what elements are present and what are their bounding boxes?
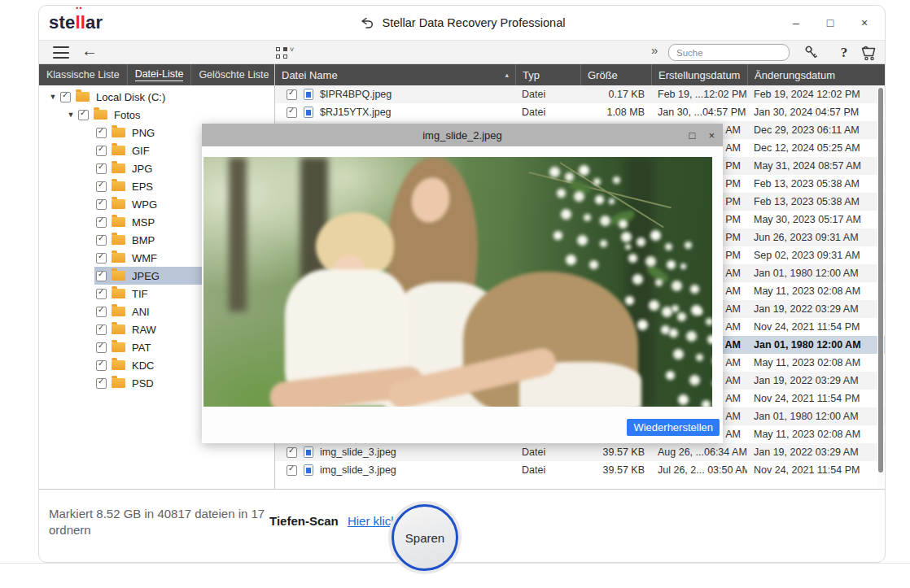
tab-gel-schte-liste[interactable]: Gelöschte Liste xyxy=(191,64,277,85)
window-title: Stellar Data Recovery Professional xyxy=(383,16,566,29)
tree-checkbox[interactable] xyxy=(96,378,107,389)
file-modified: May 11, 2023 02:08 AM xyxy=(747,285,885,297)
deep-scan-label: Tiefen-Scan xyxy=(269,514,339,528)
folder-icon xyxy=(112,163,125,173)
tree-item-label: GIF xyxy=(132,145,150,157)
file-name: $RJ15YTX.jpeg xyxy=(320,107,392,118)
folder-icon xyxy=(112,324,125,334)
activation-key-button[interactable] xyxy=(802,43,821,63)
close-button[interactable]: × xyxy=(857,16,872,29)
column-header-modified[interactable]: Änderungsdatum xyxy=(747,64,885,85)
buy-button[interactable] xyxy=(860,43,879,63)
minimize-button[interactable]: – xyxy=(789,16,803,29)
tree-checkbox[interactable] xyxy=(96,253,107,264)
table-scrollbar[interactable] xyxy=(877,86,884,487)
tree-checkbox[interactable] xyxy=(96,217,107,228)
help-button[interactable]: ? xyxy=(834,43,854,63)
menu-button[interactable] xyxy=(53,46,69,59)
folder-icon xyxy=(112,217,125,227)
file-name: $IPR4BPQ.jpeg xyxy=(320,89,392,100)
tree-checkbox[interactable] xyxy=(78,110,89,120)
row-checkbox[interactable] xyxy=(287,465,297,476)
file-created: Aug 26, ...06:34 AM xyxy=(651,446,747,458)
tree-item-label: PNG xyxy=(132,127,155,139)
table-row[interactable]: img_slide_3.jpegDatei39.57 KBJul 26, 2..… xyxy=(275,461,885,479)
tree-item-label: WMF xyxy=(132,252,157,264)
marked-summary: Markiert 8.52 GB in 40817 dateien in 17 … xyxy=(49,506,293,538)
preview-maximize-button[interactable]: □ xyxy=(689,129,696,142)
tree-item-label: ANI xyxy=(132,306,150,318)
expand-toolbar-icon[interactable]: » xyxy=(651,43,656,57)
table-row[interactable]: $IPR4BPQ.jpegDatei0.17 KBFeb 19, ...12:0… xyxy=(275,85,885,103)
file-modified: May 11, 2023 02:08 AM xyxy=(747,429,885,440)
tree-checkbox[interactable] xyxy=(96,199,107,210)
tree-checkbox[interactable] xyxy=(96,128,107,138)
row-checkbox[interactable] xyxy=(287,447,297,458)
file-modified: Dec 29, 2023 06:11 AM xyxy=(747,124,885,136)
tree-checkbox[interactable] xyxy=(96,289,107,299)
tab-datei-liste[interactable]: Datei-Liste xyxy=(128,64,192,85)
tab-klassische-liste[interactable]: Klassische Liste xyxy=(39,64,128,85)
folder-icon xyxy=(112,235,125,245)
tree-item-label: Local Disk (C:) xyxy=(96,91,165,103)
column-header-name[interactable]: Datei Name ▴ xyxy=(275,64,515,85)
tree-item-label: KDC xyxy=(132,359,154,372)
file-modified: May 11, 2023 02:08 AM xyxy=(747,357,885,368)
tree-checkbox[interactable] xyxy=(96,181,107,192)
save-button[interactable]: Sparen xyxy=(392,504,458,571)
tree-item-label: EPS xyxy=(132,181,153,193)
expander-icon[interactable]: ▼ xyxy=(65,111,77,119)
file-name: img_slide_3.jpeg xyxy=(320,446,396,458)
file-modified: Feb 19, 2024 12:02 PM xyxy=(747,89,885,100)
page-divider xyxy=(0,563,910,564)
table-row[interactable]: img_slide_3.jpegDatei39.57 KBAug 26, ...… xyxy=(275,443,885,461)
file-modified: May 30, 2023 05:17 AM xyxy=(747,214,885,225)
search-box[interactable] xyxy=(668,44,790,61)
preview-image xyxy=(203,157,712,407)
file-modified: Jan 01, 1980 12:00 AM xyxy=(747,268,885,279)
file-created: Feb 19, ...12:02 PM xyxy=(651,89,747,100)
view-mode-chevron-icon[interactable]: ˅ xyxy=(290,46,294,54)
column-header-size[interactable]: Größe xyxy=(580,64,651,85)
back-button[interactable]: ← xyxy=(81,41,98,60)
file-modified: Jan 19, 2022 03:29 AM xyxy=(747,446,885,458)
tree-checkbox[interactable] xyxy=(96,271,107,281)
tree-checkbox[interactable] xyxy=(96,163,107,174)
folder-icon xyxy=(112,307,125,316)
tree-checkbox[interactable] xyxy=(96,360,107,371)
maximize-button[interactable]: □ xyxy=(823,16,838,29)
tree-checkbox[interactable] xyxy=(96,324,107,335)
column-header-created[interactable]: Erstellungsdatum xyxy=(651,64,747,85)
preview-window: img_slide_2.jpeg □ × xyxy=(202,124,723,443)
tree-item-label: BMP xyxy=(132,234,155,246)
folder-icon xyxy=(112,378,125,388)
preview-close-button[interactable]: × xyxy=(708,129,715,142)
scrollbar-thumb[interactable] xyxy=(878,88,883,473)
tree-item-label: TIF xyxy=(132,288,148,300)
tree-item-local-disk-c-[interactable]: ▼Local Disk (C:) xyxy=(39,88,274,106)
folder-icon xyxy=(112,128,125,137)
tree-checkbox[interactable] xyxy=(96,235,107,246)
tree-item-fotos[interactable]: ▼Fotos xyxy=(39,106,274,124)
search-input[interactable] xyxy=(676,48,802,58)
tree-checkbox[interactable] xyxy=(96,307,107,317)
row-checkbox[interactable] xyxy=(287,107,297,118)
file-created: Jan 30, ...04:57 PM xyxy=(651,107,747,118)
table-row[interactable]: $RJ15YTX.jpegDatei1.08 MBJan 30, ...04:5… xyxy=(275,103,885,121)
file-type: Datei xyxy=(515,446,580,458)
folder-icon xyxy=(112,253,125,263)
column-header-type[interactable]: Typ xyxy=(515,64,580,85)
folder-icon xyxy=(112,199,125,209)
file-modified: Feb 13, 2023 05:38 AM xyxy=(747,196,885,207)
tree-checkbox[interactable] xyxy=(96,342,107,353)
restore-button[interactable]: Wiederherstellen xyxy=(627,419,720,436)
tree-checkbox[interactable] xyxy=(60,92,71,102)
row-checkbox[interactable] xyxy=(287,89,297,100)
folder-icon xyxy=(112,342,125,352)
undo-icon xyxy=(359,17,375,29)
file-modified: Nov 24, 2021 11:54 PM xyxy=(747,321,885,333)
preview-title-bar[interactable]: img_slide_2.jpeg □ × xyxy=(202,124,723,146)
tree-checkbox[interactable] xyxy=(96,146,107,156)
view-mode-icon[interactable] xyxy=(276,47,287,59)
expander-icon[interactable]: ▼ xyxy=(47,93,59,101)
